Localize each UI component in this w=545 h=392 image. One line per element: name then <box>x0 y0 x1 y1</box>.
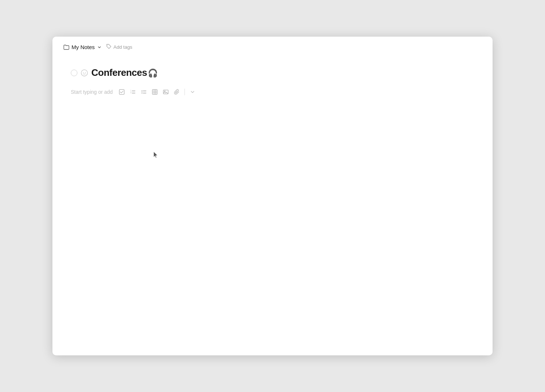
emoji-picker-button[interactable] <box>80 69 88 77</box>
svg-point-13 <box>142 93 142 93</box>
svg-rect-4 <box>120 89 124 94</box>
svg-point-1 <box>81 70 87 76</box>
toolbar-row: Start typing or add 1 2 3 <box>71 86 474 98</box>
unordered-list-button[interactable] <box>139 87 149 97</box>
toolbar-more-button[interactable] <box>188 87 197 97</box>
table-button[interactable] <box>150 87 160 97</box>
title-row: Conferences🎧 <box>71 67 474 78</box>
svg-text:3: 3 <box>131 92 131 94</box>
mouse-cursor <box>153 151 158 159</box>
svg-point-23 <box>164 91 165 92</box>
headphones-icon: 🎧 <box>148 69 158 78</box>
add-tags-label: Add tags <box>113 44 132 50</box>
note-title: Conferences🎧 <box>91 67 158 78</box>
chevron-down-icon <box>98 45 101 49</box>
folder-label: My Notes <box>72 44 95 50</box>
add-tags-button[interactable]: Add tags <box>104 43 134 51</box>
tag-icon <box>106 44 111 50</box>
svg-point-2 <box>83 72 84 73</box>
main-content: Conferences🎧 Start typing or add 1 <box>52 56 493 355</box>
svg-point-12 <box>142 92 142 92</box>
typing-placeholder[interactable]: Start typing or add <box>71 89 113 95</box>
svg-point-3 <box>85 72 86 73</box>
folder-icon <box>63 45 69 50</box>
attachment-button[interactable] <box>172 87 182 97</box>
svg-point-11 <box>142 90 142 91</box>
folder-breadcrumb[interactable]: My Notes <box>63 44 101 50</box>
app-window: My Notes Add tags <box>52 37 493 355</box>
checkbox-toolbar-button[interactable] <box>117 87 127 97</box>
toolbar-divider <box>184 89 185 95</box>
image-button[interactable] <box>161 87 171 97</box>
status-circle[interactable] <box>71 70 77 76</box>
content-area[interactable] <box>71 98 474 344</box>
ordered-list-button[interactable]: 1 2 3 <box>128 87 138 97</box>
svg-rect-17 <box>153 89 157 94</box>
breadcrumb-bar: My Notes Add tags <box>52 37 493 56</box>
svg-point-0 <box>107 45 108 46</box>
